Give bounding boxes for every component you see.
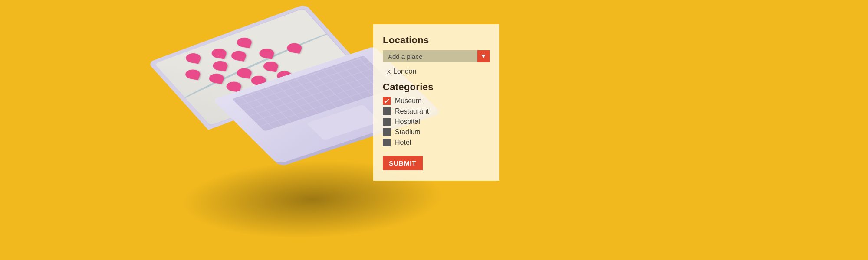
checkbox-unchecked-icon[interactable] <box>383 118 391 126</box>
filter-panel: Locations Add a place x London Categorie… <box>373 24 499 181</box>
dropdown-arrow-icon[interactable] <box>477 50 490 62</box>
add-place-field[interactable]: Add a place <box>383 50 477 62</box>
category-label: Restaurant <box>395 107 429 115</box>
category-label: Stadium <box>395 128 421 136</box>
checkbox-unchecked-icon[interactable] <box>383 128 391 136</box>
category-label: Hospital <box>395 118 420 126</box>
checkbox-unchecked-icon[interactable] <box>383 139 391 146</box>
map-pin-icon <box>211 60 230 72</box>
category-item-hotel[interactable]: Hotel <box>383 139 490 146</box>
category-item-stadium[interactable]: Stadium <box>383 128 490 136</box>
map-pin-icon <box>230 50 248 62</box>
category-label: Museum <box>395 97 421 105</box>
category-item-museum[interactable]: Museum <box>383 97 490 105</box>
category-item-hospital[interactable]: Hospital <box>383 118 490 126</box>
map-pin-icon <box>184 52 202 64</box>
categories-list: Museum Restaurant Hospital Stadium Hotel <box>383 97 490 146</box>
add-place-dropdown[interactable]: Add a place <box>383 50 490 62</box>
checkbox-checked-icon[interactable] <box>383 97 391 105</box>
locations-heading: Locations <box>383 35 490 46</box>
category-label: Hotel <box>395 139 411 146</box>
selected-place-label: London <box>393 68 416 75</box>
checkbox-unchecked-icon[interactable] <box>383 107 391 115</box>
selected-place-chip: x London <box>383 66 490 81</box>
submit-button[interactable]: SUBMIT <box>383 156 423 170</box>
remove-place-icon[interactable]: x <box>387 68 391 75</box>
categories-heading: Categories <box>383 81 490 93</box>
map-pin-icon <box>184 68 202 80</box>
map-pin-icon <box>210 48 228 59</box>
map-pin-icon <box>235 36 253 48</box>
category-item-restaurant[interactable]: Restaurant <box>383 107 490 115</box>
